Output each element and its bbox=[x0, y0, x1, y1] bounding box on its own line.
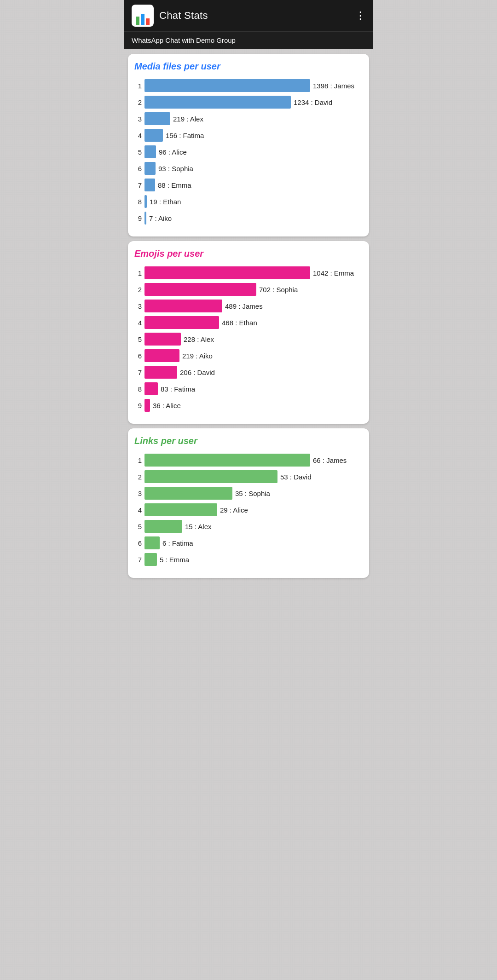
bar bbox=[144, 536, 160, 549]
bar bbox=[144, 300, 222, 312]
bar-label: 96 : Alice bbox=[159, 148, 187, 156]
rank-label: 1 bbox=[134, 82, 142, 90]
bar bbox=[144, 79, 310, 92]
chart-row: 6219 : Aiko bbox=[134, 349, 363, 362]
chart-row: 883 : Fatima bbox=[134, 382, 363, 395]
bar bbox=[144, 179, 155, 191]
chart-row: 4468 : Ethan bbox=[134, 316, 363, 329]
bar-label: 156 : Fatima bbox=[166, 132, 204, 139]
bar-label: 228 : Alex bbox=[184, 335, 214, 343]
rank-label: 4 bbox=[134, 506, 142, 514]
section-title-emojis: Emojis per user bbox=[134, 248, 363, 259]
app-title: Chat Stats bbox=[159, 10, 208, 22]
bar-container: 36 : Alice bbox=[144, 399, 363, 412]
chat-name: WhatsApp Chat with Demo Group bbox=[132, 36, 236, 44]
bar-label: 489 : James bbox=[225, 302, 263, 310]
rank-label: 3 bbox=[134, 302, 142, 310]
bar bbox=[144, 454, 310, 467]
bar-label: 5 : Emma bbox=[160, 556, 189, 564]
rank-label: 5 bbox=[134, 335, 142, 343]
bar-container: 1398 : James bbox=[144, 79, 363, 92]
chart-row: 788 : Emma bbox=[134, 179, 363, 191]
chart-row: 4156 : Fatima bbox=[134, 129, 363, 142]
bar-container: 5 : Emma bbox=[144, 553, 363, 566]
logo-bar-green bbox=[136, 17, 139, 25]
bar-container: 1234 : David bbox=[144, 96, 363, 109]
chart-row: 5228 : Alex bbox=[134, 333, 363, 346]
bar bbox=[144, 503, 217, 516]
chart-row: 11398 : James bbox=[134, 79, 363, 92]
rank-label: 7 bbox=[134, 181, 142, 189]
bar bbox=[144, 112, 170, 125]
bar-container: 66 : James bbox=[144, 454, 363, 467]
app-logo bbox=[132, 5, 154, 27]
bar-container: 1042 : Emma bbox=[144, 266, 363, 279]
bar bbox=[144, 129, 163, 142]
card-links: Links per user166 : James253 : David335 … bbox=[128, 428, 369, 578]
bar-container: 35 : Sophia bbox=[144, 487, 363, 500]
bar bbox=[144, 382, 158, 395]
rank-label: 2 bbox=[134, 98, 142, 106]
bar-container: 7 : Aiko bbox=[144, 212, 363, 225]
app-bar-left: Chat Stats bbox=[132, 5, 208, 27]
bar bbox=[144, 266, 310, 279]
bar-container: 83 : Fatima bbox=[144, 382, 363, 395]
rank-label: 6 bbox=[134, 165, 142, 173]
chart-row: 3219 : Alex bbox=[134, 112, 363, 125]
rank-label: 6 bbox=[134, 352, 142, 360]
rank-label: 9 bbox=[134, 214, 142, 222]
more-options-icon[interactable]: ⋮ bbox=[355, 10, 365, 22]
bar-container: 206 : David bbox=[144, 366, 363, 379]
bar bbox=[144, 520, 182, 533]
bar-label: 15 : Alex bbox=[185, 523, 212, 530]
bar-label: 1398 : James bbox=[313, 82, 354, 90]
bar-label: 88 : Emma bbox=[158, 181, 191, 189]
chart-row: 596 : Alice bbox=[134, 145, 363, 158]
bar bbox=[144, 212, 146, 225]
bar bbox=[144, 399, 150, 412]
bar-label: 83 : Fatima bbox=[161, 385, 195, 393]
logo-bar-red bbox=[146, 18, 150, 25]
chart-row: 97 : Aiko bbox=[134, 212, 363, 225]
bar-container: 29 : Alice bbox=[144, 503, 363, 516]
bar bbox=[144, 333, 181, 346]
bar-label: 93 : Sophia bbox=[158, 165, 193, 173]
rank-label: 3 bbox=[134, 115, 142, 123]
bar-label: 1042 : Emma bbox=[313, 269, 354, 277]
bar-label: 29 : Alice bbox=[220, 506, 248, 514]
rank-label: 8 bbox=[134, 385, 142, 393]
rank-label: 9 bbox=[134, 402, 142, 409]
rank-label: 5 bbox=[134, 523, 142, 530]
bar-container: 489 : James bbox=[144, 300, 363, 312]
card-media: Media files per user11398 : James21234 :… bbox=[128, 54, 369, 236]
chart-row: 166 : James bbox=[134, 454, 363, 467]
bar bbox=[144, 470, 277, 483]
rank-label: 4 bbox=[134, 319, 142, 327]
bar bbox=[144, 316, 219, 329]
bar-container: 15 : Alex bbox=[144, 520, 363, 533]
bar bbox=[144, 145, 156, 158]
bar-container: 156 : Fatima bbox=[144, 129, 363, 142]
bar-label: 206 : David bbox=[180, 369, 215, 376]
bar bbox=[144, 553, 157, 566]
chart-row: 819 : Ethan bbox=[134, 195, 363, 208]
bar bbox=[144, 487, 232, 500]
bar-label: 66 : James bbox=[313, 456, 347, 464]
rank-label: 3 bbox=[134, 490, 142, 497]
bar bbox=[144, 195, 147, 208]
bar bbox=[144, 283, 256, 296]
rank-label: 2 bbox=[134, 286, 142, 294]
bar bbox=[144, 349, 179, 362]
bar bbox=[144, 366, 177, 379]
card-emojis: Emojis per user11042 : Emma2702 : Sophia… bbox=[128, 241, 369, 424]
chart-row: 66 : Fatima bbox=[134, 536, 363, 549]
rank-label: 5 bbox=[134, 148, 142, 156]
bar-container: 468 : Ethan bbox=[144, 316, 363, 329]
bar-label: 468 : Ethan bbox=[222, 319, 257, 327]
bar-label: 36 : Alice bbox=[153, 402, 181, 409]
section-title-media: Media files per user bbox=[134, 61, 363, 72]
bar-label: 1234 : David bbox=[294, 98, 332, 106]
chart-row: 515 : Alex bbox=[134, 520, 363, 533]
chart-row: 253 : David bbox=[134, 470, 363, 483]
rank-label: 6 bbox=[134, 539, 142, 547]
